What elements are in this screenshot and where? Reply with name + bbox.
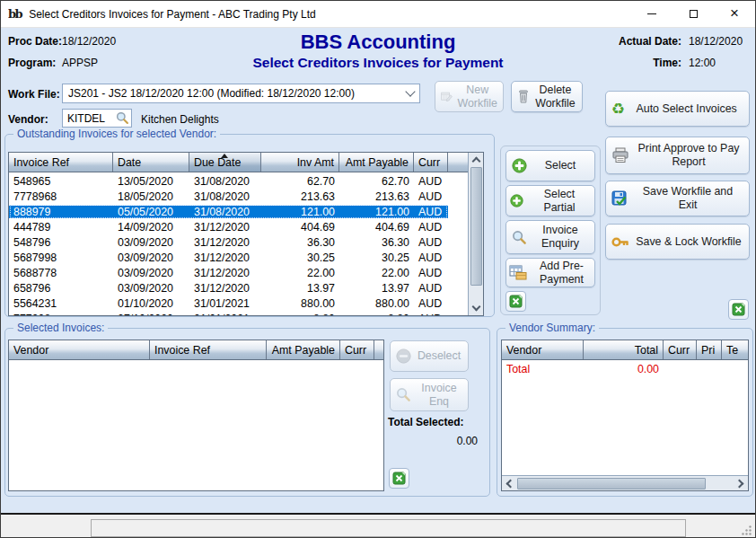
vendor-lookup-field bbox=[62, 109, 132, 128]
minimize-icon bbox=[647, 13, 656, 14]
screen-title: Select Creditors Invoices for Payment bbox=[163, 55, 593, 71]
chevron-down-icon bbox=[405, 86, 415, 96]
recycle-icon: ♻ bbox=[611, 101, 625, 117]
new-workfile-label: New Workfile bbox=[457, 84, 497, 110]
auto-select-invoices-label: Auto Select Invoices bbox=[629, 102, 743, 116]
column-header-date[interactable]: Date bbox=[113, 153, 189, 172]
column-header-invoice-ref[interactable]: Invoice Ref bbox=[9, 153, 113, 172]
actual-date-value: 18/12/2020 bbox=[689, 35, 743, 48]
outstanding-table-body: 54896513/05/202031/08/202062.7062.70AUD7… bbox=[9, 172, 468, 315]
column-header-due-date[interactable]: Due Date bbox=[189, 153, 261, 172]
column-header-filler bbox=[374, 340, 383, 359]
delete-workfile-button[interactable]: Delete Workfile bbox=[511, 81, 583, 112]
column-header-curr[interactable]: Curr bbox=[664, 340, 697, 359]
save-lock-workfile-button[interactable]: Save & Lock Workfile bbox=[605, 224, 750, 260]
select-button[interactable]: Select bbox=[505, 150, 595, 181]
vendor-summary-horizontal-scrollbar[interactable] bbox=[502, 475, 748, 490]
invoice-enq-label: Invoice Enq bbox=[416, 382, 462, 409]
column-header-invoice-ref[interactable]: Invoice Ref bbox=[150, 340, 267, 359]
actual-date-label: Actual Date: bbox=[593, 35, 681, 48]
summary-total-label: Total bbox=[502, 363, 584, 375]
workfile-dropdown[interactable]: JS201 - JS2 18/12/2020 12:00 (Modified: … bbox=[62, 84, 420, 103]
outstanding-invoices-caption: Outstanding Invoices for selected Vendor… bbox=[13, 128, 220, 140]
selected-invoices-caption: Selected Invoices: bbox=[13, 322, 108, 334]
invoice-enq-button[interactable]: Invoice Enq bbox=[390, 378, 469, 411]
resize-grip[interactable] bbox=[741, 525, 752, 536]
invoice-row[interactable]: 54896513/05/202031/08/202062.7062.70AUD bbox=[9, 173, 468, 189]
invoice-row[interactable]: 568877803/09/202031/12/202022.0022.00AUD bbox=[9, 265, 468, 280]
deselect-button[interactable]: Deselect bbox=[390, 340, 469, 372]
invoice-row[interactable]: 65879603/09/202031/12/202013.9713.97AUD bbox=[9, 280, 468, 295]
scroll-right-arrow[interactable] bbox=[734, 476, 748, 490]
summary-total-row[interactable]: Total 0.00 bbox=[502, 361, 748, 377]
column-header-vendor[interactable]: Vendor bbox=[502, 340, 584, 359]
vendor-label: Vendor: bbox=[8, 113, 48, 126]
add-prepayment-button[interactable]: Add Pre-Payment bbox=[505, 258, 595, 287]
vendor-name: Kitchen Delights bbox=[141, 113, 219, 126]
column-header-inv-amt[interactable]: Inv Amt bbox=[261, 153, 339, 172]
vendor-summary-caption: Vendor Summary: bbox=[505, 322, 599, 334]
column-header-filler bbox=[448, 153, 468, 172]
column-header-curr[interactable]: Curr bbox=[414, 153, 448, 172]
vendor-summary-body: Total 0.00 bbox=[502, 360, 748, 475]
invoice-enquiry-button[interactable]: Invoice Enquiry bbox=[505, 220, 595, 254]
column-header-amt-payable[interactable]: Amt Payable bbox=[267, 340, 340, 359]
close-button[interactable]: × bbox=[714, 1, 755, 27]
scroll-down-arrow[interactable] bbox=[469, 301, 483, 315]
invoice-row[interactable]: 777896818/05/202031/08/2020213.63213.63A… bbox=[9, 189, 468, 204]
magnifier-icon bbox=[396, 387, 411, 402]
total-selected-value: 0.00 bbox=[388, 435, 478, 447]
magnifier-icon bbox=[512, 230, 527, 245]
minimize-button[interactable] bbox=[631, 1, 672, 27]
key-icon bbox=[611, 235, 629, 249]
selected-table-header: Vendor Invoice Ref Amt Payable Curr bbox=[9, 340, 383, 360]
invoice-row[interactable]: 568799803/09/202031/12/202030.2530.25AUD bbox=[9, 250, 468, 265]
column-header-te[interactable]: Te bbox=[722, 340, 748, 359]
scroll-left-arrow[interactable] bbox=[502, 476, 516, 490]
new-workfile-button[interactable]: New Workfile bbox=[435, 81, 504, 112]
minus-icon bbox=[396, 348, 411, 364]
excel-icon bbox=[509, 295, 523, 308]
select-partial-button[interactable]: Select Partial bbox=[505, 185, 595, 216]
export-excel-selected-button[interactable] bbox=[389, 468, 409, 489]
maximize-button[interactable] bbox=[672, 1, 714, 27]
invoice-row[interactable]: 44478914/09/202031/12/2020404.69404.69AU… bbox=[9, 219, 468, 234]
sort-ascending-icon bbox=[221, 154, 228, 158]
invoice-row[interactable]: 77790827/10/202031/01/20218.808.80AUD bbox=[9, 311, 468, 315]
outstanding-table-header: Invoice Ref Date Due Date Inv Amt Amt Pa… bbox=[9, 153, 468, 172]
select-partial-label: Select Partial bbox=[528, 188, 591, 215]
invoice-row[interactable]: 54879603/09/202031/12/202036.3036.30AUD bbox=[9, 234, 468, 250]
workfile-label: Work File: bbox=[8, 88, 60, 101]
save-workfile-exit-button[interactable]: Save Workfile and Exit bbox=[605, 181, 750, 216]
auto-select-invoices-button[interactable]: ♻ Auto Select Invoices bbox=[605, 91, 750, 127]
proc-date-label: Proc Date: bbox=[8, 35, 62, 48]
column-header-curr[interactable]: Curr bbox=[340, 340, 374, 359]
vendor-summary-header: Vendor Total Curr Pri Te bbox=[502, 340, 748, 360]
column-header-total[interactable]: Total bbox=[584, 340, 664, 359]
vendor-search-icon[interactable] bbox=[116, 111, 129, 125]
excel-icon bbox=[732, 303, 745, 316]
column-header-pri[interactable]: Pri bbox=[697, 340, 722, 359]
close-icon: × bbox=[730, 5, 739, 21]
save-workfile-exit-label: Save Workfile and Exit bbox=[632, 185, 743, 212]
column-header-vendor[interactable]: Vendor bbox=[9, 340, 150, 359]
export-excel-summary-button[interactable] bbox=[728, 299, 749, 320]
outstanding-vertical-scrollbar[interactable] bbox=[468, 153, 483, 315]
titlebar[interactable]: bb Select Creditors Invoices for Payment… bbox=[1, 1, 755, 28]
vendor-code-input[interactable] bbox=[63, 112, 116, 125]
invoice-row[interactable]: 88897905/05/202031/08/2020121.00121.00AU… bbox=[9, 204, 468, 219]
scroll-thumb[interactable] bbox=[517, 478, 706, 489]
excel-icon bbox=[392, 472, 406, 485]
scroll-thumb[interactable] bbox=[470, 167, 482, 286]
app-title: BBS Accounting bbox=[163, 31, 593, 54]
export-excel-outstanding-button[interactable] bbox=[505, 291, 526, 312]
column-header-amt-payable[interactable]: Amt Payable bbox=[339, 153, 414, 172]
select-label: Select bbox=[532, 159, 589, 172]
plus-icon bbox=[510, 194, 523, 207]
scroll-up-arrow[interactable] bbox=[469, 153, 483, 167]
save-lock-workfile-label: Save & Lock Workfile bbox=[634, 235, 743, 249]
invoice-row[interactable]: 556423101/10/202031/01/2021880.00880.00A… bbox=[9, 295, 468, 311]
add-prepayment-label: Add Pre-Payment bbox=[532, 260, 592, 287]
print-approve-to-pay-button[interactable]: Print Approve to Pay Report bbox=[605, 137, 750, 174]
proc-date-value: 18/12/2020 bbox=[62, 35, 116, 48]
